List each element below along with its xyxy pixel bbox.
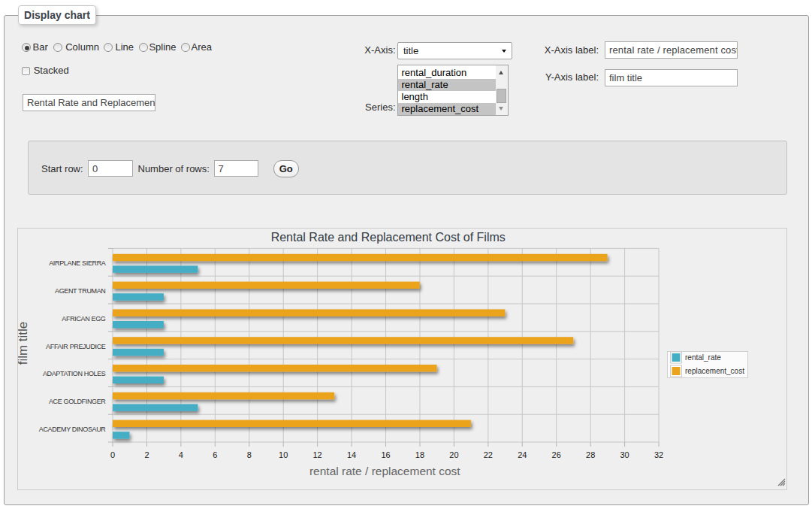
svg-text:ACE GOLDFINGER: ACE GOLDFINGER: [49, 398, 106, 405]
svg-text:4: 4: [179, 450, 183, 459]
svg-text:AIRPLANE SIERRA: AIRPLANE SIERRA: [49, 259, 106, 267]
svg-text:22: 22: [484, 450, 493, 459]
svg-text:32: 32: [654, 450, 663, 459]
svg-text:24: 24: [518, 450, 527, 459]
svg-text:16: 16: [381, 450, 390, 459]
svg-text:10: 10: [279, 450, 288, 459]
svg-text:20: 20: [449, 450, 458, 459]
svg-text:AFFAIR PREJUDICE: AFFAIR PREJUDICE: [46, 343, 106, 350]
svg-text:8: 8: [247, 450, 252, 459]
svg-text:AFRICAN EGG: AFRICAN EGG: [62, 315, 106, 323]
svg-text:12: 12: [313, 450, 322, 459]
svg-text:28: 28: [586, 450, 595, 459]
svg-text:Rental Rate and Replacement Co: Rental Rate and Replacement Cost of Film…: [271, 231, 506, 244]
svg-text:30: 30: [620, 450, 629, 459]
svg-text:18: 18: [415, 450, 424, 459]
svg-text:6: 6: [213, 450, 217, 459]
svg-text:ACADEMY DINOSAUR: ACADEMY DINOSAUR: [39, 426, 107, 433]
svg-text:2: 2: [144, 450, 149, 459]
svg-text:14: 14: [347, 450, 356, 459]
svg-text:ADAPTATION HOLES: ADAPTATION HOLES: [43, 370, 106, 377]
svg-text:film title: film title: [18, 322, 30, 365]
svg-text:0: 0: [110, 450, 115, 459]
svg-text:AGENT TRUMAN: AGENT TRUMAN: [55, 287, 105, 295]
svg-text:26: 26: [552, 450, 561, 459]
svg-text:replacement_cost: replacement_cost: [685, 367, 744, 375]
svg-text:rental_rate: rental_rate: [685, 353, 721, 362]
svg-text:rental rate / replacement cost: rental rate / replacement cost: [309, 465, 460, 477]
